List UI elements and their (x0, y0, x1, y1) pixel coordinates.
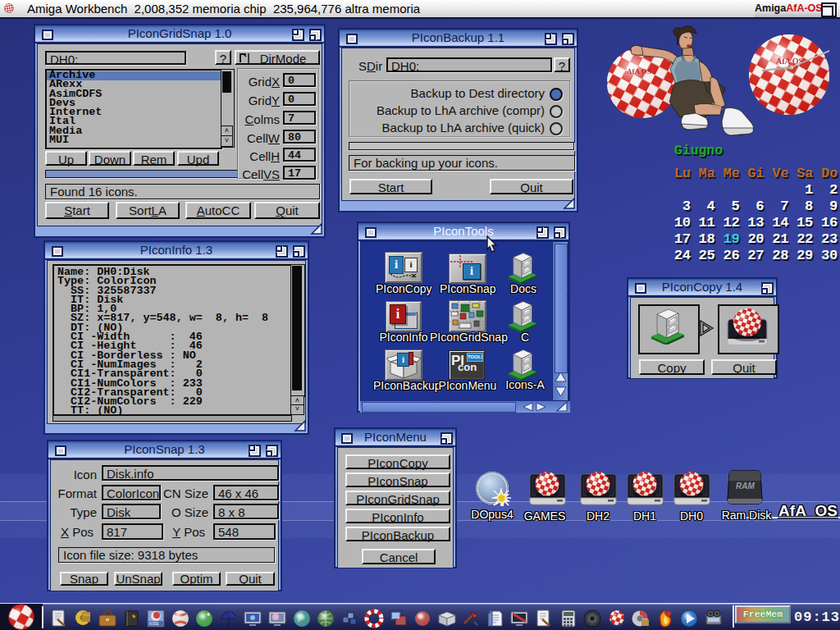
svg-text:RAM: RAM (736, 482, 755, 491)
svg-text:AfA OS: AfA OS (627, 67, 651, 75)
svg-text:KISS: KISS (149, 621, 159, 626)
